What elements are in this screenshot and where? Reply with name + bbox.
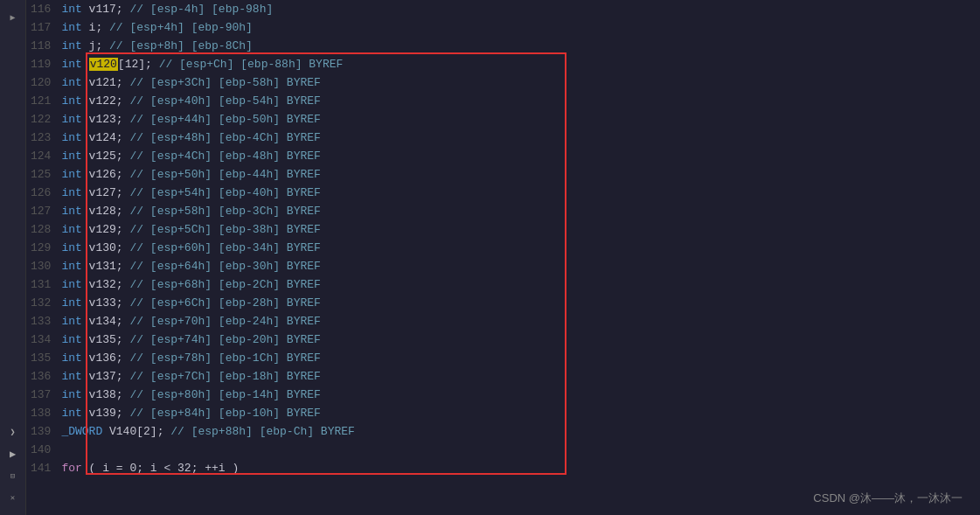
comment: // [esp+60h] [ebp-34h] BYREF: [129, 241, 320, 254]
line-content: int v134; // [esp+70h] [ebp-24h] BYREF: [61, 312, 320, 331]
code-line: 118int j; // [esp+8h] [ebp-8Ch]: [26, 37, 980, 55]
keyword-int: int: [61, 113, 81, 126]
code-lines: 116int v117; // [esp-4h] [ebp-98h]117int…: [26, 0, 980, 477]
keyword-int: int: [61, 278, 81, 291]
line-number: 131: [31, 275, 61, 294]
line-content: int v117; // [esp-4h] [ebp-98h]: [61, 0, 273, 18]
keyword-int: int: [61, 94, 81, 108]
code-line: 136int v137; // [esp+7Ch] [ebp-18h] BYRE…: [26, 367, 980, 386]
line-number: 132: [31, 294, 61, 312]
line-number: 129: [31, 239, 61, 257]
code-line: 124int v125; // [esp+4Ch] [ebp-48h] BYRE…: [26, 147, 980, 165]
line-number: 137: [31, 386, 61, 404]
comment: // [esp+8h] [ebp-8Ch]: [109, 39, 253, 52]
line-number: 141: [31, 459, 61, 477]
keyword-int: int: [61, 223, 81, 236]
line-number: 121: [31, 92, 61, 110]
comment: // [esp+74h] [ebp-20h] BYREF: [129, 333, 320, 346]
keyword-int: int: [61, 260, 81, 273]
keyword-int: int: [61, 388, 81, 401]
line-number: 125: [31, 165, 61, 184]
comment: // [esp+4h] [ebp-90h]: [109, 21, 253, 34]
line-number: 140: [31, 441, 61, 459]
comment: // [esp+Ch] [ebp-88h] BYREF: [159, 58, 344, 71]
line-content: int v122; // [esp+40h] [ebp-54h] BYREF: [61, 92, 320, 110]
line-content: int v123; // [esp+44h] [ebp-50h] BYREF: [61, 110, 320, 129]
code-area[interactable]: 116int v117; // [esp-4h] [ebp-98h]117int…: [26, 0, 980, 515]
comment: // [esp+58h] [ebp-3Ch] BYREF: [129, 205, 320, 218]
comment: // [esp+7Ch] [ebp-18h] BYREF: [129, 370, 320, 383]
keyword-int: int: [61, 333, 81, 346]
watermark: CSDN @沐——沐，一沐沐一: [813, 491, 963, 506]
keyword-int: int: [61, 241, 81, 254]
comment: // [esp+78h] [ebp-1Ch] BYREF: [129, 351, 320, 365]
line-number: 130: [31, 257, 61, 275]
keyword-for: for: [61, 462, 81, 475]
comment: // [esp+44h] [ebp-50h] BYREF: [129, 113, 320, 126]
code-line: 129int v130; // [esp+60h] [ebp-34h] BYRE…: [26, 239, 980, 257]
code-line: 128int v129; // [esp+5Ch] [ebp-38h] BYRE…: [26, 220, 980, 239]
comment: // [esp+4Ch] [ebp-48h] BYREF: [129, 150, 320, 163]
comment: // [esp+6Ch] [ebp-28h] BYREF: [129, 296, 320, 310]
line-number: 134: [31, 331, 61, 349]
line-number: 139: [31, 422, 61, 441]
sidebar-chevron-down[interactable]: ❯: [4, 423, 22, 441]
line-content: int v130; // [esp+60h] [ebp-34h] BYREF: [61, 239, 320, 257]
keyword-int: int: [61, 3, 81, 16]
comment: // [esp+80h] [ebp-14h] BYREF: [129, 388, 320, 401]
line-number: 120: [31, 73, 61, 92]
comment: // [esp+68h] [ebp-2Ch] BYREF: [129, 278, 320, 291]
line-number: 128: [31, 220, 61, 239]
line-content: int v125; // [esp+4Ch] [ebp-48h] BYREF: [61, 147, 320, 165]
line-content: int v136; // [esp+78h] [ebp-1Ch] BYREF: [61, 349, 320, 367]
code-line: 121int v122; // [esp+40h] [ebp-54h] BYRE…: [26, 92, 980, 110]
keyword-int: int: [61, 315, 81, 328]
code-line: 117int i; // [esp+4h] [ebp-90h]: [26, 18, 980, 37]
line-number: 126: [31, 184, 61, 202]
code-line: 134int v135; // [esp+74h] [ebp-20h] BYRE…: [26, 331, 980, 349]
keyword-int: int: [61, 39, 81, 52]
sidebar-icon-1[interactable]: ▶: [4, 9, 22, 26]
line-content: for ( i = 0; i < 32; ++i ): [61, 459, 239, 477]
sidebar-arrow-right[interactable]: ▶: [4, 445, 22, 463]
comment: // [esp+5Ch] [ebp-38h] BYREF: [129, 223, 320, 236]
line-content: int v137; // [esp+7Ch] [ebp-18h] BYREF: [61, 367, 320, 386]
comment: // [esp+70h] [ebp-24h] BYREF: [129, 315, 320, 328]
keyword-int: int: [61, 76, 81, 89]
comment: // [esp+3Ch] [ebp-58h] BYREF: [129, 76, 320, 89]
line-content: int v138; // [esp+80h] [ebp-14h] BYREF: [61, 386, 320, 404]
comment: // [esp+84h] [ebp-10h] BYREF: [129, 407, 320, 420]
code-line: 130int v131; // [esp+64h] [ebp-30h] BYRE…: [26, 257, 980, 275]
comment: // [esp+54h] [ebp-40h] BYREF: [129, 186, 320, 199]
code-line: 126int v127; // [esp+54h] [ebp-40h] BYRE…: [26, 184, 980, 202]
keyword-int: int: [61, 168, 81, 181]
keyword-int: int: [61, 407, 81, 420]
comment: // [esp+50h] [ebp-44h] BYREF: [129, 168, 320, 181]
code-line: 138int v139; // [esp+84h] [ebp-10h] BYRE…: [26, 404, 980, 422]
code-line: 139_DWORD V140[2]; // [esp+88h] [ebp-Ch]…: [26, 422, 980, 441]
line-content: int v124; // [esp+48h] [ebp-4Ch] BYREF: [61, 129, 320, 147]
line-number: 136: [31, 367, 61, 386]
line-number: 124: [31, 147, 61, 165]
line-content: int v132; // [esp+68h] [ebp-2Ch] BYREF: [61, 275, 320, 294]
code-line: 133int v134; // [esp+70h] [ebp-24h] BYRE…: [26, 312, 980, 331]
line-content: int v133; // [esp+6Ch] [ebp-28h] BYREF: [61, 294, 320, 312]
code-line: 141for ( i = 0; i < 32; ++i ): [26, 459, 980, 477]
keyword-int: int: [61, 370, 81, 383]
comment: // [esp-4h] [ebp-98h]: [129, 3, 273, 16]
code-line: 127int v128; // [esp+58h] [ebp-3Ch] BYRE…: [26, 202, 980, 220]
sidebar-icon-bottom1[interactable]: ⊟: [4, 467, 22, 484]
code-line: 137int v138; // [esp+80h] [ebp-14h] BYRE…: [26, 386, 980, 404]
code-line: 125int v126; // [esp+50h] [ebp-44h] BYRE…: [26, 165, 980, 184]
sidebar-icon-bottom2[interactable]: ✕: [4, 489, 22, 506]
keyword-int: int: [61, 131, 81, 144]
keyword-int: int: [61, 58, 81, 71]
code-line: 120int v121; // [esp+3Ch] [ebp-58h] BYRE…: [26, 73, 980, 92]
code-line: 116int v117; // [esp-4h] [ebp-98h]: [26, 0, 980, 18]
var-highlighted: v120: [89, 58, 118, 71]
keyword-int: int: [61, 21, 81, 34]
line-number: 122: [31, 110, 61, 129]
line-number: 127: [31, 202, 61, 220]
line-content: int j; // [esp+8h] [ebp-8Ch]: [61, 37, 252, 55]
line-number: 133: [31, 312, 61, 331]
